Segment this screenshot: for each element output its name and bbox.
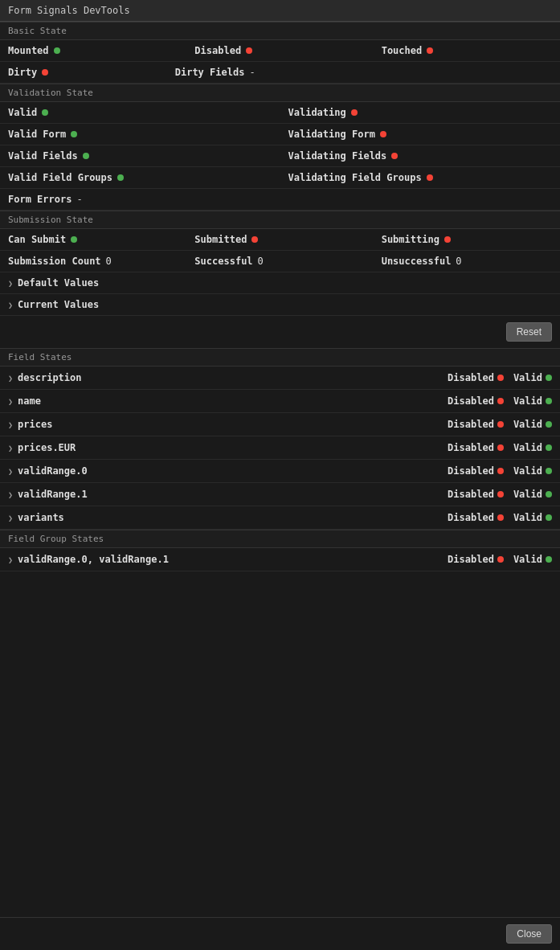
valid-fields-dot [83, 153, 89, 159]
disabled-badge-variants: Disabled [448, 512, 504, 523]
disabled-badge-validrange-1: Disabled [448, 489, 504, 500]
valid-field-groups-dot [117, 174, 124, 181]
disabled-dot-validrange-1 [497, 491, 504, 498]
section-field-states: Field States [0, 348, 560, 366]
field-row-variants[interactable]: ❯ variants Disabled Valid [0, 506, 560, 530]
disabled-badge-prices: Disabled [448, 419, 504, 430]
field-name-name: ❯ name [8, 395, 448, 407]
disabled-badge-group-validrange: Disabled [448, 554, 504, 565]
field-row-prices[interactable]: ❯ prices Disabled Valid [0, 413, 560, 436]
mounted-dot [54, 47, 60, 54]
valid-dot-variants [546, 514, 552, 521]
validating-dot [351, 109, 358, 116]
reset-button[interactable]: Reset [506, 322, 552, 342]
section-field-group-states: Field Group States [0, 530, 560, 548]
valid-fields-cell: Valid Fields [0, 145, 280, 166]
field-group-badges-validrange: Disabled Valid [448, 554, 552, 565]
disabled-dot-group-validrange [497, 556, 504, 563]
fields-list: ❯ description Disabled Valid ❯ name Disa… [0, 366, 560, 530]
panel-title: Form Signals DevTools [0, 0, 560, 22]
touched-dot [427, 47, 433, 54]
field-group-row-validrange[interactable]: ❯ validRange.0, validRange.1 Disabled Va… [0, 548, 560, 571]
successful-cell: Successful 0 [186, 251, 373, 272]
dirty-cell: Dirty [0, 62, 167, 83]
validating-cell: Validating [280, 102, 561, 123]
valid-badge-name: Valid [513, 395, 552, 407]
field-badges-prices: Disabled Valid [448, 419, 552, 430]
field-badges-validrange-0: Disabled Valid [448, 465, 552, 477]
field-row-name[interactable]: ❯ name Disabled Valid [0, 390, 560, 413]
valid-badge-description: Valid [513, 372, 552, 383]
submission-row-2: Submission Count 0 Successful 0 Unsucces… [0, 251, 560, 272]
disabled-dot-validrange-0 [497, 468, 504, 474]
can-submit-cell: Can Submit [0, 229, 186, 250]
section-validation-state: Validation State [0, 84, 560, 102]
field-name-description: ❯ description [8, 372, 448, 383]
field-row-description[interactable]: ❯ description Disabled Valid [0, 366, 560, 390]
field-name-prices-eur: ❯ prices.EUR [8, 442, 448, 453]
current-values-row[interactable]: ❯ Current Values [0, 294, 560, 316]
field-row-prices-eur[interactable]: ❯ prices.EUR Disabled Valid [0, 436, 560, 460]
field-badges-validrange-1: Disabled Valid [448, 489, 552, 500]
chevron-description: ❯ [8, 374, 13, 383]
default-values-chevron: ❯ [8, 279, 13, 288]
touched-cell: Touched [374, 40, 560, 61]
field-badges-variants: Disabled Valid [448, 512, 552, 523]
valid-badge-validrange-1: Valid [513, 489, 552, 500]
chevron-prices-eur: ❯ [8, 444, 13, 452]
default-values-row[interactable]: ❯ Default Values [0, 272, 560, 294]
valid-dot [42, 109, 48, 116]
basic-state-row-1: Mounted Disabled Touched [0, 40, 560, 62]
submitting-cell: Submitting [374, 229, 560, 250]
valid-badge-group-validrange: Valid [513, 554, 552, 565]
close-button[interactable]: Close [506, 924, 552, 944]
validating-fields-dot [391, 153, 398, 159]
section-submission-state: Submission State [0, 211, 560, 229]
valid-dot-prices [546, 421, 552, 428]
valid-badge-prices: Valid [513, 419, 552, 430]
disabled-dot-prices-eur [497, 444, 504, 451]
validating-field-groups-dot [427, 174, 433, 181]
submitted-cell: Submitted [186, 229, 373, 250]
valid-field-groups-cell: Valid Field Groups [0, 167, 280, 188]
disabled-badge-name: Disabled [448, 395, 504, 407]
validation-row-2: Valid Form Validating Form [0, 124, 560, 145]
valid-dot-name [546, 398, 552, 404]
valid-badge-validrange-0: Valid [513, 465, 552, 477]
validation-row-3: Valid Fields Validating Fields [0, 145, 560, 167]
field-row-validrange-0[interactable]: ❯ validRange.0 Disabled Valid [0, 460, 560, 483]
chevron-name: ❯ [8, 397, 13, 406]
mounted-cell: Mounted [0, 40, 186, 61]
validating-field-groups-cell: Validating Field Groups [280, 167, 561, 188]
field-badges-name: Disabled Valid [448, 395, 552, 407]
submission-count-cell: Submission Count 0 [0, 251, 186, 272]
valid-form-cell: Valid Form [0, 124, 280, 145]
valid-form-dot [71, 131, 77, 137]
bottom-bar: Close [0, 917, 560, 950]
validating-form-cell: Validating Form [280, 124, 561, 145]
unsuccessful-cell: Unsuccessful 0 [374, 251, 560, 272]
field-name-variants: ❯ variants [8, 512, 448, 523]
dirty-dot [42, 69, 48, 76]
disabled-dot-name [497, 398, 504, 404]
section-basic-state: Basic State [0, 22, 560, 40]
valid-dot-validrange-1 [546, 491, 552, 498]
validating-fields-cell: Validating Fields [280, 145, 561, 166]
field-group-name-validrange: ❯ validRange.0, validRange.1 [8, 554, 448, 565]
disabled-cell: Disabled [186, 40, 373, 61]
disabled-dot-prices [497, 421, 504, 428]
submitting-dot [444, 236, 451, 243]
form-errors-row: Form Errors - [0, 189, 560, 211]
valid-dot-group-validrange [546, 556, 552, 563]
valid-badge-prices-eur: Valid [513, 442, 552, 453]
dirty-fields-cell: Dirty Fields - [167, 62, 560, 83]
validating-form-dot [380, 131, 386, 137]
reset-area: Reset [0, 316, 560, 348]
chevron-prices: ❯ [8, 420, 13, 429]
field-name-prices: ❯ prices [8, 419, 448, 430]
validation-row-1: Valid Validating [0, 102, 560, 124]
validation-row-4: Valid Field Groups Validating Field Grou… [0, 167, 560, 189]
valid-dot-prices-eur [546, 444, 552, 451]
basic-state-row-2: Dirty Dirty Fields - [0, 62, 560, 84]
field-row-validrange-1[interactable]: ❯ validRange.1 Disabled Valid [0, 483, 560, 506]
